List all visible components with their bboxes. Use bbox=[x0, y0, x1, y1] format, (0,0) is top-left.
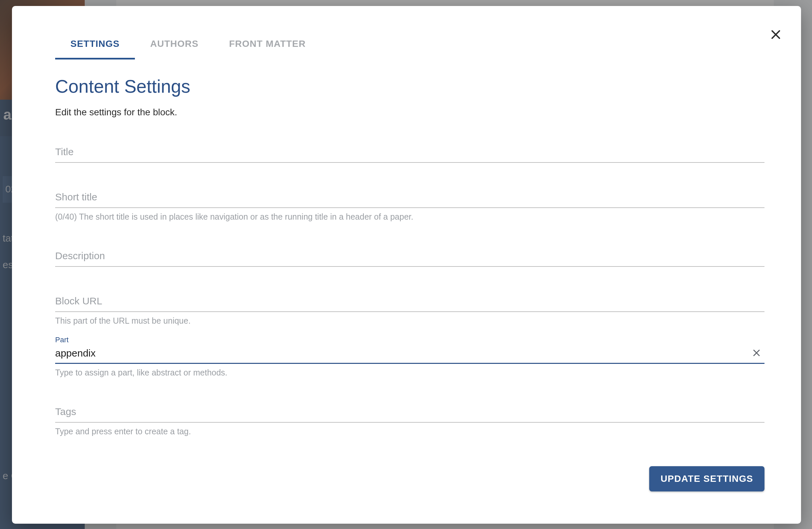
close-button[interactable] bbox=[767, 26, 784, 43]
part-label: Part bbox=[55, 335, 69, 344]
field-short-title: Short title (0/40) The short title is us… bbox=[55, 189, 765, 221]
tab-settings[interactable]: SETTINGS bbox=[55, 32, 135, 59]
title-input[interactable] bbox=[55, 144, 765, 163]
field-title: Title bbox=[55, 144, 765, 163]
field-block-url: Block URL This part of the URL must be u… bbox=[55, 293, 765, 326]
tags-helper: Type and press enter to create a tag. bbox=[55, 427, 765, 436]
field-description: Description bbox=[55, 247, 765, 267]
description-input[interactable] bbox=[55, 247, 765, 267]
field-part: Part Type to assign a part, like abstrac… bbox=[55, 344, 765, 377]
block-url-input[interactable] bbox=[55, 293, 765, 312]
panel-title: Content Settings bbox=[55, 76, 765, 97]
tab-front-matter[interactable]: FRONT MATTER bbox=[214, 32, 321, 59]
field-tags: Tags Type and press enter to create a ta… bbox=[55, 403, 765, 436]
part-clear-button[interactable] bbox=[750, 346, 763, 359]
short-title-helper: (0/40) The short title is used in places… bbox=[55, 212, 765, 221]
update-settings-button[interactable]: UPDATE SETTINGS bbox=[649, 466, 765, 491]
content-settings-dialog: SETTINGS AUTHORS FRONT MATTER Content Se… bbox=[12, 6, 801, 524]
dialog-tabs: SETTINGS AUTHORS FRONT MATTER bbox=[55, 32, 801, 59]
part-input[interactable] bbox=[55, 344, 765, 364]
dialog-body: Content Settings Edit the settings for t… bbox=[55, 62, 778, 510]
action-row: UPDATE SETTINGS bbox=[55, 466, 765, 491]
panel-subtitle: Edit the settings for the block. bbox=[55, 107, 765, 118]
tab-authors[interactable]: AUTHORS bbox=[135, 32, 214, 59]
close-icon bbox=[769, 28, 782, 41]
clear-icon bbox=[752, 348, 761, 358]
block-url-helper: This part of the URL must be unique. bbox=[55, 316, 765, 326]
part-helper: Type to assign a part, like abstract or … bbox=[55, 368, 765, 377]
short-title-input[interactable] bbox=[55, 189, 765, 208]
tags-input[interactable] bbox=[55, 403, 765, 423]
